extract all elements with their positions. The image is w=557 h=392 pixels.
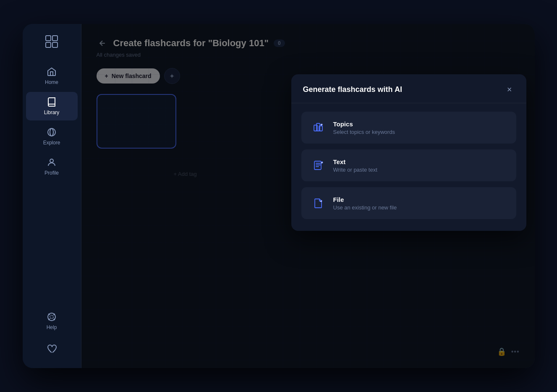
sidebar-library-label: Library (44, 110, 60, 115)
file-option[interactable]: File Use an existing or new file (301, 187, 516, 219)
modal-close-button[interactable]: × (505, 84, 515, 94)
sidebar-help-label: Help (47, 324, 57, 330)
topics-icon (311, 120, 326, 135)
sidebar-item-help[interactable]: Help (26, 307, 78, 335)
sidebar-item-favorites[interactable] (26, 339, 78, 359)
topics-option[interactable]: Topics Select topics or keywords (301, 112, 516, 144)
svg-point-6 (50, 159, 53, 162)
svg-rect-1 (52, 36, 58, 41)
sidebar-profile-label: Profile (44, 170, 59, 176)
svg-point-8 (50, 315, 53, 319)
sidebar-item-explore[interactable]: Explore (26, 122, 78, 151)
topics-title: Topics (333, 120, 395, 128)
sidebar-home-label: Home (45, 79, 58, 85)
file-icon (311, 196, 326, 211)
text-option[interactable]: Text Write or paste text (301, 149, 516, 181)
modal-overlay: Generate flashcards with AI × (81, 24, 535, 368)
main-content: Create flashcards for "Biology 101" 0 Al… (81, 24, 535, 368)
svg-rect-3 (52, 42, 58, 47)
sidebar-item-library[interactable]: Library (26, 92, 78, 120)
topics-text: Topics Select topics or keywords (333, 120, 395, 135)
svg-point-4 (48, 128, 55, 136)
file-option-text: File Use an existing or new file (333, 196, 397, 211)
ai-modal: Generate flashcards with AI × (291, 74, 526, 231)
svg-rect-2 (46, 42, 51, 47)
text-description: Write or paste text (333, 167, 377, 173)
file-description: Use an existing or new file (333, 204, 397, 211)
text-option-text: Text Write or paste text (333, 158, 377, 173)
modal-header: Generate flashcards with AI × (291, 74, 526, 103)
text-title: Text (333, 158, 377, 165)
text-icon (311, 158, 326, 173)
modal-title: Generate flashcards with AI (303, 85, 402, 94)
topics-description: Select topics or keywords (333, 129, 395, 135)
app-logo (42, 32, 61, 51)
svg-rect-17 (314, 161, 321, 170)
file-title: File (333, 196, 397, 203)
modal-body: Topics Select topics or keywords (291, 103, 526, 231)
sidebar-explore-label: Explore (43, 140, 60, 146)
sidebar: Home Library Explore Profile (23, 24, 81, 368)
svg-point-5 (50, 128, 53, 136)
sidebar-item-home[interactable]: Home (26, 62, 78, 90)
sidebar-item-profile[interactable]: Profile (26, 152, 78, 181)
svg-rect-0 (46, 36, 51, 41)
